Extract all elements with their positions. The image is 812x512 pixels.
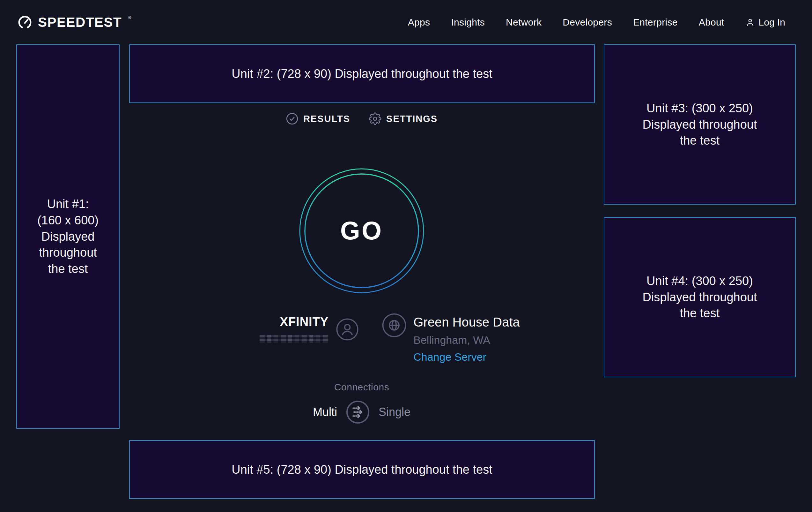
ad-unit-3-label: Unit #3: (300 x 250) Displayed throughou… — [642, 100, 757, 149]
ad-unit-4-label: Unit #4: (300 x 250) Displayed throughou… — [642, 273, 757, 322]
speedtest-gauge-icon — [18, 15, 32, 30]
ad-unit-1-label: Unit #1: (160 x 600) Displayed throughou… — [37, 196, 98, 277]
nav-item-enterprise[interactable]: Enterprise — [633, 17, 678, 28]
server-location: Bellingham, WA — [413, 334, 520, 346]
logo-wordmark: SPEEDTEST — [38, 16, 122, 29]
logo-trademark: ® — [128, 15, 132, 20]
connections-single-option[interactable]: Single — [379, 405, 410, 419]
multi-connection-icon[interactable] — [346, 400, 370, 424]
connections-multi-option[interactable]: Multi — [313, 405, 337, 419]
nav-item-apps[interactable]: Apps — [408, 17, 430, 28]
ad-unit-2-label: Unit #2: (728 x 90) Displayed throughout… — [232, 66, 492, 82]
ad-unit-5[interactable]: Unit #5: (728 x 90) Displayed throughout… — [129, 440, 595, 499]
login-button[interactable]: Log In — [745, 17, 785, 28]
change-server-link[interactable]: Change Server — [413, 351, 520, 363]
ad-unit-2[interactable]: Unit #2: (728 x 90) Displayed throughout… — [129, 44, 595, 103]
server-info: Green House Data Bellingham, WA Change S… — [382, 311, 520, 363]
nav-item-about[interactable]: About — [699, 17, 724, 28]
globe-icon — [382, 313, 406, 338]
go-button[interactable]: GO — [299, 168, 425, 294]
connections-section: Connections Multi Single — [120, 382, 604, 424]
server-name: Green House Data — [413, 315, 520, 329]
tab-settings-label: SETTINGS — [386, 114, 438, 124]
check-circle-icon — [286, 112, 298, 125]
nav-item-network[interactable]: Network — [506, 17, 542, 28]
nav-item-developers[interactable]: Developers — [562, 17, 612, 28]
tab-settings[interactable]: SETTINGS — [369, 112, 438, 125]
ad-unit-1[interactable]: Unit #1: (160 x 600) Displayed throughou… — [16, 44, 120, 429]
isp-name: XFINITY — [280, 316, 329, 328]
gear-icon — [369, 112, 381, 125]
ad-unit-3[interactable]: Unit #3: (300 x 250) Displayed throughou… — [604, 44, 796, 205]
nav-menu: Apps Insights Network Developers Enterpr… — [408, 17, 785, 28]
user-circle-icon — [336, 318, 358, 341]
nav-item-insights[interactable]: Insights — [451, 17, 485, 28]
host-server-row: XFINITY Green — [148, 311, 632, 363]
host-info: XFINITY — [260, 316, 358, 343]
masked-ip — [260, 335, 328, 343]
connections-label: Connections — [120, 382, 604, 393]
user-icon — [745, 18, 755, 27]
ad-unit-5-label: Unit #5: (728 x 90) Displayed throughout… — [232, 462, 492, 478]
speedtest-logo[interactable]: SPEEDTEST ® — [18, 15, 131, 30]
ad-unit-4[interactable]: Unit #4: (300 x 250) Displayed throughou… — [604, 217, 796, 377]
tab-results[interactable]: RESULTS — [286, 112, 350, 125]
speedtest-page: SPEEDTEST ® Apps Insights Network Develo… — [0, 0, 812, 512]
go-button-label: GO — [299, 168, 425, 294]
login-label: Log In — [759, 17, 785, 28]
tab-results-label: RESULTS — [303, 114, 350, 124]
top-nav-bar: SPEEDTEST ® Apps Insights Network Develo… — [0, 0, 812, 44]
results-settings-tabs: RESULTS SETTINGS — [120, 112, 604, 125]
